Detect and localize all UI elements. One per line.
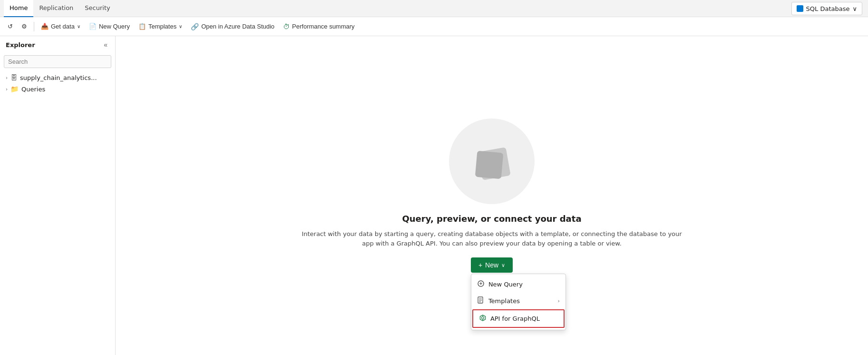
new-chevron-icon: ∨ (501, 262, 505, 268)
db-selector-label: SQL Database (806, 5, 850, 12)
search-input[interactable] (4, 55, 111, 68)
empty-state-illustration (466, 138, 518, 185)
tab-replication[interactable]: Replication (33, 0, 79, 17)
templates-chevron-icon: ∨ (179, 24, 182, 29)
new-query-toolbar-label: New Query (99, 23, 130, 30)
main-layout: Explorer « › 🗄 supply_chain_analytics...… (0, 36, 868, 355)
dropdown-item-templates-left: Templates (477, 296, 520, 306)
perf-summary-label: Performance summary (292, 23, 354, 30)
perf-summary-icon: ⏱ (283, 23, 290, 30)
dropdown-item-new-query-left: New Query (477, 280, 523, 289)
empty-state-title: Query, preview, or connect your data (402, 214, 581, 224)
settings-button[interactable]: ⚙ (18, 20, 31, 34)
refresh-button[interactable]: ↺ (4, 20, 17, 34)
sidebar-search-container (4, 55, 111, 68)
tree-item-label: supply_chain_analytics... (20, 74, 97, 81)
dropdown-item-api-graphql[interactable]: API for GraphQL (472, 309, 565, 328)
tab-security[interactable]: Security (79, 0, 116, 17)
dropdown-item-templates[interactable]: Templates › (471, 293, 566, 309)
templates-toolbar-label: Templates (148, 23, 176, 30)
new-button[interactable]: + New ∨ (471, 257, 513, 273)
tree-item-supply-chain[interactable]: › 🗄 supply_chain_analytics... (0, 72, 115, 83)
dropdown-item-api-graphql-label: API for GraphQL (490, 315, 540, 322)
get-data-label: Get data (51, 23, 75, 30)
templates-toolbar-icon: 📋 (138, 23, 146, 30)
sidebar-collapse-button[interactable]: « (102, 40, 109, 49)
open-ads-icon: 🔗 (191, 23, 199, 30)
open-ads-label: Open in Azure Data Studio (201, 23, 274, 30)
sidebar-header: Explorer « (0, 36, 115, 53)
folder-icon: 📁 (10, 85, 19, 93)
new-query-toolbar-button[interactable]: 📄 New Query (85, 20, 134, 34)
dropdown-item-new-query[interactable]: New Query (471, 276, 566, 293)
perf-summary-button[interactable]: ⏱ Performance summary (279, 20, 358, 34)
tab-home[interactable]: Home (4, 0, 33, 17)
db-icon (797, 5, 803, 12)
svg-rect-1 (475, 151, 504, 179)
sidebar-title: Explorer (6, 41, 35, 49)
dropdown-item-templates-label: Templates (488, 297, 520, 305)
empty-state-icon-circle (449, 118, 535, 204)
database-icon: 🗄 (10, 74, 17, 81)
chevron-right-icon: › (6, 75, 8, 80)
get-data-chevron-icon: ∨ (77, 24, 80, 29)
refresh-icon: ↺ (8, 23, 13, 30)
empty-state-description: Interact with your data by starting a qu… (302, 229, 682, 248)
get-data-icon: 📥 (41, 23, 49, 30)
new-dropdown-menu: New Query (471, 274, 566, 330)
open-ads-button[interactable]: 🔗 Open in Azure Data Studio (187, 20, 278, 34)
sidebar: Explorer « › 🗄 supply_chain_analytics...… (0, 36, 116, 355)
svg-point-7 (481, 317, 484, 319)
templates-arrow-icon: › (557, 298, 559, 304)
toolbar-divider-1 (34, 22, 34, 31)
new-query-icon (477, 280, 485, 289)
content-area: Query, preview, or connect your data Int… (116, 36, 868, 355)
settings-icon: ⚙ (21, 23, 27, 30)
nav-tabs: Home Replication Security SQL Database ∨ (0, 0, 868, 17)
graphql-icon (479, 314, 487, 323)
tree-item-queries[interactable]: › 📁 Queries (0, 83, 115, 95)
dropdown-item-new-query-label: New Query (488, 281, 523, 288)
dropdown-item-api-left: API for GraphQL (479, 314, 540, 323)
templates-toolbar-button[interactable]: 📋 Templates ∨ (135, 20, 186, 34)
new-query-toolbar-icon: 📄 (89, 23, 97, 30)
new-button-container: + New ∨ (471, 254, 513, 273)
toolbar: ↺ ⚙ 📥 Get data ∨ 📄 New Query 📋 Templates… (0, 17, 868, 36)
templates-icon (477, 296, 485, 306)
db-selector[interactable]: SQL Database ∨ (791, 2, 862, 15)
new-button-label: New (485, 261, 498, 269)
chevron-right-icon-2: › (6, 87, 8, 92)
tree-item-queries-label: Queries (21, 86, 45, 93)
db-selector-chevron: ∨ (852, 5, 857, 12)
empty-state: Query, preview, or connect your data Int… (302, 118, 682, 273)
new-plus-icon: + (478, 261, 482, 269)
get-data-button[interactable]: 📥 Get data ∨ (37, 20, 84, 34)
